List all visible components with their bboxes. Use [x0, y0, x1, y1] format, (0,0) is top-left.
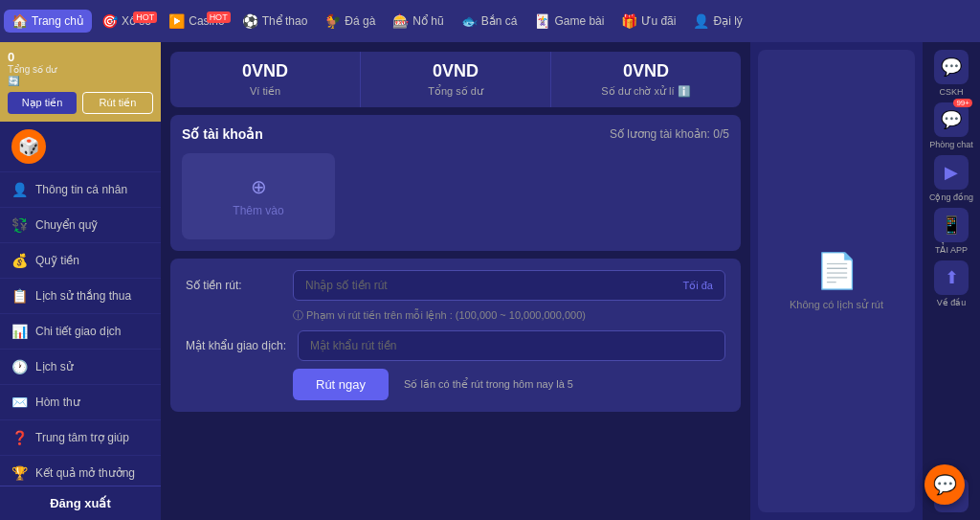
balance-label-0: Ví tiền: [180, 85, 350, 98]
menu-label-thong-tin: Thông tin cá nhân: [35, 183, 127, 196]
balance-label-1: Tổng số dư: [370, 85, 541, 98]
nav-item-dai-ly[interactable]: 👤 Đại lý: [685, 10, 749, 33]
menu-label-hom-thu: Hòm thư: [35, 396, 80, 409]
nav-label-the-thao: Thể thao: [262, 14, 308, 28]
nav-badge-xo-so: HOT: [133, 11, 157, 23]
sidebar-item-hom-thu[interactable]: ✉️ Hòm thư: [0, 385, 161, 420]
password-row: Mật khẩu giao dịch:: [186, 330, 725, 361]
nav-label-game-bai: Game bài: [554, 14, 604, 28]
withdraw-note: Số lần có thể rút trong hôm nay là 5: [404, 378, 573, 391]
nav-item-xo-so[interactable]: 🎯 Xổ số HOT: [94, 10, 159, 33]
nav-item-uu-dai[interactable]: 🎁 Ưu đãi: [613, 10, 683, 33]
sidebar-item-chi-tiet-giao-dich[interactable]: 📊 Chi tiết giao dịch: [0, 314, 161, 350]
right-action-label-tai-app: TẢI APP: [935, 245, 968, 255]
nav-label-da-ga: Đá gà: [345, 14, 375, 28]
max-button[interactable]: Tối đa: [683, 280, 713, 292]
nav-icon-uu-dai: 🎁: [621, 13, 637, 29]
nav-icon-da-ga: 🐓: [324, 13, 341, 29]
right-action-label-cskh: CSKH: [939, 87, 963, 97]
sidebar-top: 0 Tổng số dư 🔄 Nạp tiền Rút tiền: [0, 42, 161, 122]
menu-label-chi-tiet-giao-dich: Chi tiết giao dịch: [35, 325, 121, 338]
password-input-wrapper[interactable]: [298, 330, 725, 361]
sidebar-item-quy-tien[interactable]: 💰 Quỹ tiền: [0, 243, 161, 279]
nav-label-trang-chu: Trang chủ: [32, 14, 84, 28]
nav-icon-no-hu: 🎰: [392, 13, 409, 29]
notif-badge-phong-chat: 99+: [953, 99, 972, 107]
nap-tien-button[interactable]: Nạp tiền: [8, 92, 77, 114]
password-input[interactable]: [310, 339, 713, 352]
right-action-label-cong-dong: Cộng đồng: [929, 192, 973, 202]
balance-card-0: 0VND Ví tiền: [170, 52, 361, 107]
right-action-ve-dau[interactable]: ⬆ Về đầu: [934, 260, 969, 307]
balance-amount-0: 0VND: [180, 61, 350, 81]
nav-item-no-hu[interactable]: 🎰 Nổ hũ: [385, 10, 451, 33]
nav-icon-xo-so: 🎯: [101, 13, 118, 29]
amount-label: Số tiền rút:: [186, 279, 281, 292]
logout-button[interactable]: Đăng xuất: [0, 486, 161, 520]
sidebar-balance-info: 0 Tổng số dư 🔄: [8, 50, 153, 86]
main-layout: 0 Tổng số dư 🔄 Nạp tiền Rút tiền 🎲 👤 Thô…: [0, 42, 980, 520]
right-panel: 📄 Không có lịch sử rút: [750, 42, 923, 520]
logo-icon: 🎲: [11, 129, 46, 164]
center-right: 0VND Ví tiền0VND Tổng số dư0VND Số dư ch…: [161, 42, 980, 520]
menu-icon-ket-qua: 🏆: [11, 465, 28, 481]
amount-input[interactable]: [305, 279, 683, 292]
nav-icon-the-thao: ⚽: [242, 13, 258, 29]
nav-item-casino[interactable]: ▶️ Casino HOT: [161, 10, 232, 33]
balance-label-2: Số dư chờ xử lí ℹ️: [561, 85, 731, 98]
no-history-panel: 📄 Không có lịch sử rút: [758, 50, 915, 512]
menu-icon-lich-su-thang-thua: 📋: [11, 288, 28, 304]
right-action-phong-chat[interactable]: 💬 99+ Phòng chat: [929, 102, 973, 149]
account-header: Số tài khoản Số lương tài khoản: 0/5: [182, 126, 729, 142]
sidebar-item-trung-tam[interactable]: ❓ Trung tâm trợ giúp: [0, 420, 161, 456]
sidebar-item-lich-su[interactable]: 🕐 Lịch sử: [0, 350, 161, 385]
nav-icon-ban-ca: 🐟: [461, 13, 478, 29]
rut-tien-button[interactable]: Rút tiền: [82, 92, 153, 114]
sidebar-balance-num: 0: [8, 50, 153, 64]
menu-label-chuyen-quy: Chuyển quỹ: [35, 218, 98, 232]
sidebar-item-thong-tin[interactable]: 👤 Thông tin cá nhân: [0, 172, 161, 208]
nav-item-the-thao[interactable]: ⚽ Thể thao: [234, 10, 316, 33]
amount-input-wrapper[interactable]: Tối đa: [293, 270, 725, 301]
float-chat-button[interactable]: 💬: [924, 464, 965, 505]
sidebar-balance-label: Tổng số dư: [8, 64, 153, 75]
nav-item-ban-ca[interactable]: 🐟 Bắn cá: [454, 10, 525, 33]
menu-icon-chi-tiet-giao-dich: 📊: [11, 324, 28, 339]
balance-card-1: 0VND Tổng số dư: [361, 52, 551, 107]
menu-label-trung-tam: Trung tâm trợ giúp: [35, 431, 129, 444]
right-action-label-ve-dau: Về đầu: [937, 298, 967, 307]
nav-item-da-ga[interactable]: 🐓 Đá gà: [317, 10, 383, 33]
right-action-cong-dong[interactable]: ▶ Cộng đồng: [929, 155, 973, 202]
nav-badge-casino: HOT: [207, 11, 231, 23]
account-box: Số tài khoản Số lương tài khoản: 0/5 ⊕ T…: [170, 115, 741, 251]
withdraw-form: Số tiền rút: Tối đa ⓘ Phạm vi rút tiền t…: [170, 259, 741, 412]
menu-icon-lich-su: 🕐: [11, 359, 28, 374]
right-action-cskh[interactable]: 💬 CSKH: [934, 50, 969, 97]
menu-label-lich-su: Lịch sử: [35, 360, 74, 373]
right-action-icon-cong-dong: ▶: [934, 155, 969, 190]
right-action-icon-tai-app: 📱: [934, 208, 969, 242]
nav-label-no-hu: Nổ hũ: [412, 14, 443, 28]
top-navigation: 🏠 Trang chủ 🎯 Xổ số HOT▶️ Casino HOT⚽ Th…: [0, 0, 980, 42]
right-action-label-phong-chat: Phòng chat: [929, 140, 973, 149]
nav-item-game-bai[interactable]: 🃏 Game bài: [526, 10, 612, 33]
right-action-tai-app[interactable]: 📱 TẢI APP: [934, 208, 969, 255]
sidebar-logo: 🎲: [0, 122, 161, 172]
nav-item-trang-chu[interactable]: 🏠 Trang chủ: [4, 10, 92, 33]
sidebar-item-lich-su-thang-thua[interactable]: 📋 Lịch sử thắng thua: [0, 279, 161, 314]
menu-label-quy-tien: Quỹ tiền: [35, 254, 79, 267]
center-panel: 0VND Ví tiền0VND Tổng số dư0VND Số dư ch…: [161, 42, 750, 520]
withdraw-button[interactable]: Rút ngay: [293, 369, 389, 400]
sidebar-buttons: Nạp tiền Rút tiền: [8, 92, 153, 114]
right-action-icon-cskh: 💬: [934, 50, 969, 84]
balance-card-2: 0VND Số dư chờ xử lí ℹ️: [551, 52, 741, 107]
sidebar-item-chuyen-quy[interactable]: 💱 Chuyển quỹ: [0, 208, 161, 243]
amount-hint: ⓘ Phạm vi rút tiền trên mỗi lệnh : (100,…: [293, 308, 725, 323]
nav-icon-casino: ▶️: [168, 13, 185, 29]
nav-icon-dai-ly: 👤: [693, 13, 709, 29]
add-account-card[interactable]: ⊕ Thêm vào: [182, 153, 335, 239]
float-chat-icon: 💬: [933, 473, 957, 496]
nav-label-ban-ca: Bắn cá: [481, 14, 518, 28]
sidebar-item-ket-qua[interactable]: 🏆 Kết quả mở thưởng: [0, 456, 161, 486]
menu-icon-thong-tin: 👤: [11, 182, 28, 197]
